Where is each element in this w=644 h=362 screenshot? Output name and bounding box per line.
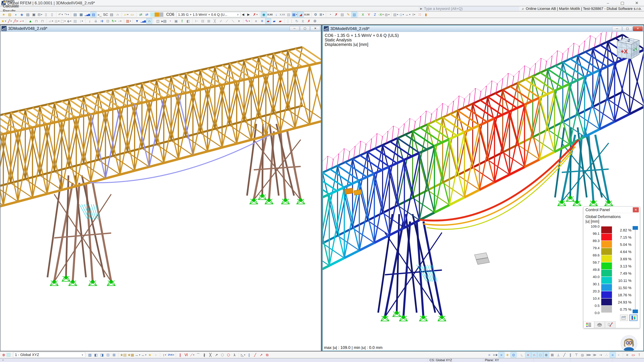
grid-new-button[interactable]: ⌗★ <box>492 352 498 358</box>
iso-view-button[interactable]: ▧ <box>87 352 93 358</box>
new-load-button[interactable]: ◆▾ <box>66 18 72 24</box>
pick-line-button[interactable]: λ <box>232 352 238 358</box>
magnet-snap-button[interactable]: ∩ <box>531 352 537 358</box>
ortho-mode-button[interactable]: ∟ <box>519 352 525 358</box>
center-snap-button[interactable]: ✳ <box>259 18 265 24</box>
new-imposed-deformation-button[interactable]: ▤ <box>72 18 78 24</box>
intersection-snap-button[interactable]: ⊠ <box>549 352 555 358</box>
measure-button[interactable]: ↕▾ <box>161 352 167 358</box>
visibility-plane-button[interactable]: ◇▾ <box>399 12 405 17</box>
scale-slider-handle-bottom[interactable] <box>632 310 638 313</box>
visibility-up-button[interactable]: ⇧ <box>179 18 185 24</box>
connect-members-button[interactable]: ⊢ <box>194 18 200 24</box>
user-avatar[interactable] <box>621 336 637 351</box>
right-minimize-button[interactable]: ─ <box>612 26 622 31</box>
load-values-button[interactable]: X.XX <box>279 12 286 17</box>
polygon-tool-button[interactable]: ⬡ <box>219 352 226 358</box>
trim-member-button[interactable]: ⌿ <box>218 18 224 24</box>
coordinate-system-button[interactable]: ⊕ <box>1 352 7 358</box>
dimension-x-button[interactable]: ↔▾ <box>134 352 141 358</box>
load-combination-select[interactable]: 1.35 G + 1.5 WmV + 0.6 Q (U... ∨ <box>176 12 240 17</box>
view-minus-x-button[interactable]: -X▾ <box>378 12 384 17</box>
support-center-button[interactable]: ∩ <box>114 12 120 17</box>
fan-members-button[interactable]: Ⅵ <box>183 352 189 358</box>
tab-result-picker[interactable] <box>605 321 616 328</box>
panel-options-button[interactable] <box>620 315 628 321</box>
view-x-button[interactable]: X <box>360 12 366 17</box>
cross-line-button[interactable]: ╳ <box>207 352 213 358</box>
divide-member-button[interactable]: ⊟ <box>200 18 206 24</box>
transfer-model-button[interactable]: ⇄ <box>138 12 144 17</box>
left-close-button[interactable]: ✕ <box>310 26 320 31</box>
circle-snap-button[interactable]: ◎ <box>580 352 586 358</box>
clear-results-button[interactable]: ✗ <box>333 12 339 17</box>
polyline-points-button[interactable]: ⬡ <box>226 352 232 358</box>
partial-view-filter-button[interactable]: ▼ <box>134 18 140 24</box>
grid-settings-button[interactable]: ⌗ <box>486 352 492 358</box>
edit-settings-button[interactable]: ⚙ <box>312 18 318 24</box>
clip-box-button[interactable]: ◫ <box>155 18 161 24</box>
left-minimize-button[interactable]: ─ <box>290 26 299 31</box>
new-member-hinge-button[interactable]: ⊓ <box>40 18 46 24</box>
show-results-button[interactable]: ◉ <box>261 12 267 17</box>
plumb-line-button[interactable]: ⊺ <box>636 352 642 358</box>
control-panel-titlebar[interactable]: Control Panel ✕ <box>584 207 640 213</box>
result-values-button[interactable]: X.XX <box>267 12 273 17</box>
next-load-case-button[interactable]: ▶ <box>246 12 251 16</box>
selection-tool-button[interactable]: ▱▾ <box>123 12 129 17</box>
surface-load-button[interactable]: ⊟ <box>105 18 111 24</box>
new-solid-button[interactable]: ▢▾ <box>60 18 66 24</box>
line-segment-button[interactable]: ╱ <box>252 352 258 358</box>
delete-objects-button[interactable]: ✗ <box>306 18 312 24</box>
minimize-button[interactable]: – <box>601 0 615 6</box>
result-grid-button[interactable]: ▦▾ <box>292 12 298 17</box>
visibility-solid-button[interactable]: ▧▾ <box>392 12 399 17</box>
endpoint-snap-button[interactable]: □ <box>537 352 543 358</box>
snap-1-button[interactable]: ⇢ <box>598 352 604 358</box>
show-deformation-button[interactable]: ↓ <box>273 12 279 17</box>
dimensions-button[interactable]: ↔▾ <box>405 12 411 17</box>
point-cloud-snap-button[interactable]: ∴ <box>604 352 610 358</box>
new-member-set-button[interactable]: ╱I▾ <box>13 18 19 24</box>
zoom-tool-button[interactable]: ◎▾ <box>384 12 390 17</box>
work-plane-yz-button[interactable]: ▰ <box>271 18 277 24</box>
section-marker-button[interactable]: ▭ <box>630 352 636 358</box>
new-polyline-button[interactable]: ⌐▾ <box>19 18 25 24</box>
view-y-button[interactable]: Y <box>366 12 372 17</box>
extend-member-button[interactable]: ⟋ <box>224 18 230 24</box>
mirror-copy-button[interactable]: ⧖ <box>300 18 306 24</box>
new-support-button[interactable]: ▲ <box>27 18 33 24</box>
printout-report-button[interactable]: ▯ <box>49 12 55 17</box>
stress-points-button[interactable]: ∷ <box>417 12 423 17</box>
spline-line-button[interactable]: ↗ <box>213 352 219 358</box>
render-colors-widget[interactable] <box>150 12 163 17</box>
tables-panel-button[interactable]: ▦ <box>78 12 84 17</box>
multi-segment-button[interactable]: ⧉ <box>264 352 270 358</box>
parallel-members-button[interactable]: ∥ <box>177 352 183 358</box>
new-layer-button[interactable]: ★▤ <box>120 352 127 358</box>
section-editor-button[interactable]: ✎ <box>345 12 351 17</box>
background-grid-button[interactable]: ⌗ <box>610 352 616 358</box>
full-view-button[interactable]: ⊞ <box>111 352 117 358</box>
new-model-button[interactable]: ★ <box>1 12 7 17</box>
dimension-xx-button[interactable]: ↔▾ <box>141 352 147 358</box>
layer-manager-button[interactable]: ★▦ <box>127 352 135 358</box>
tangent-snap-button[interactable]: ⊤ <box>574 352 580 358</box>
round-corner-button[interactable]: ⟍ <box>230 18 236 24</box>
plane-select-button[interactable]: ◺▾ <box>240 352 246 358</box>
nodal-load-button[interactable]: ↓ <box>87 18 93 24</box>
work-plane-xy-button[interactable]: ▰ <box>265 18 271 24</box>
snap-2-button[interactable]: ≫ <box>592 352 598 358</box>
generated-load-button[interactable]: ▫▾ <box>117 18 123 24</box>
left-restore-button[interactable]: ▢ <box>300 26 310 31</box>
line-load-button[interactable]: ⇉ <box>99 18 105 24</box>
side-view-button[interactable]: ◨ <box>99 352 105 358</box>
cross-members-button[interactable]: ╳ <box>212 18 218 24</box>
numbering-button[interactable]: ⌗ <box>253 18 259 24</box>
plot-colors-button[interactable]: ▥▾ <box>126 18 132 24</box>
box-view-button[interactable]: ▧ <box>351 12 358 17</box>
merge-members-button[interactable]: ⊞ <box>206 18 212 24</box>
calculation-settings-button[interactable]: ⚙ <box>312 12 319 17</box>
wind-simulation-button[interactable]: ◔ <box>327 12 333 17</box>
front-view-button[interactable]: ◧ <box>93 352 99 358</box>
